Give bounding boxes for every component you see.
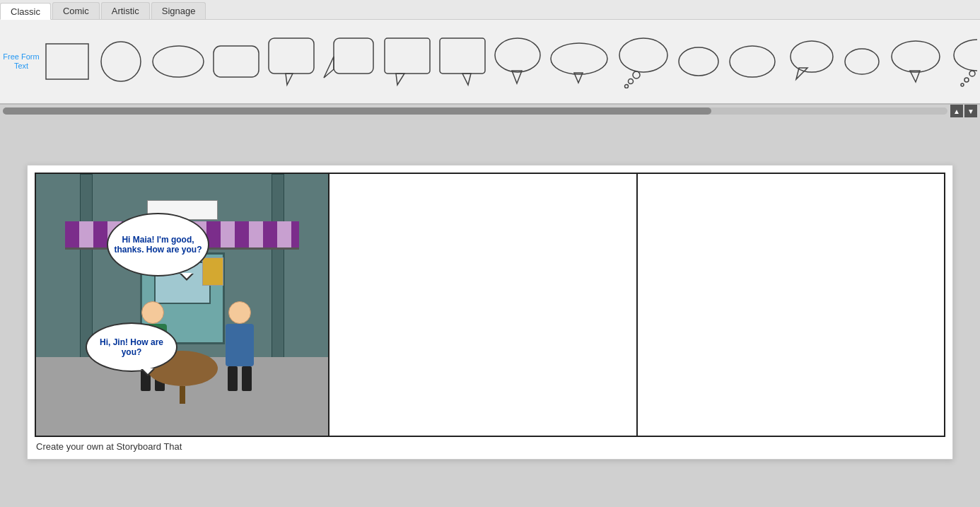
svg-marker-23 (796, 68, 807, 79)
shape-circle[interactable] (96, 37, 146, 86)
speech-bubble-1: Hi Maia! I'm good, thanks. How are you? (107, 213, 209, 276)
svg-marker-11 (462, 74, 471, 85)
storyboard-credit: Create your own at Storyboard That (35, 441, 945, 452)
column-right (272, 174, 284, 371)
svg-rect-6 (334, 38, 373, 74)
door-notice (202, 257, 223, 286)
svg-point-21 (730, 46, 775, 77)
svg-point-12 (495, 38, 540, 72)
scrollbar-area: ▲ ▼ (0, 105, 980, 117)
shape-speech-oval[interactable] (887, 37, 944, 86)
shape-thought-bubble[interactable] (615, 35, 672, 88)
svg-rect-10 (440, 38, 485, 74)
char-legs-right (215, 366, 264, 391)
svg-point-18 (629, 78, 634, 83)
shapes-scroll (42, 35, 977, 88)
svg-point-19 (625, 84, 629, 88)
storyboard-panel-1[interactable]: Hi Maia! I'm good, thanks. How are you? … (36, 174, 329, 436)
shape-speech-box-2[interactable] (437, 35, 488, 88)
canvas-area: Hi Maia! I'm good, thanks. How are you? … (0, 117, 980, 507)
svg-point-24 (845, 49, 879, 74)
svg-point-17 (633, 71, 640, 78)
shape-speech-callout-left[interactable] (321, 35, 378, 88)
storyboard-container: Hi Maia! I'm good, thanks. How are you? … (27, 165, 953, 460)
shape-speech-round[interactable] (783, 37, 836, 86)
svg-marker-7 (324, 57, 334, 78)
char-head-right (228, 301, 251, 324)
shape-oval-medium[interactable] (726, 40, 779, 83)
svg-rect-0 (46, 44, 88, 79)
storyboard-panel-3[interactable] (638, 174, 945, 436)
table-leg (180, 386, 185, 404)
svg-point-20 (679, 47, 718, 76)
nav-tabs: Classic Comic Artistic Signage (0, 0, 980, 20)
char-head-left (141, 301, 164, 324)
svg-point-30 (961, 83, 964, 86)
svg-point-29 (964, 78, 969, 82)
shapes-toolbar: Free Form Text (0, 20, 980, 105)
tab-artistic[interactable]: Artistic (101, 2, 150, 19)
shape-speech-wide[interactable] (547, 39, 611, 85)
free-form-label[interactable]: Free Form Text (3, 52, 40, 71)
svg-rect-4 (269, 38, 314, 74)
svg-point-14 (551, 43, 607, 74)
shape-rounded-rect[interactable] (211, 40, 262, 83)
svg-point-27 (954, 40, 977, 71)
storyboard-panels: Hi Maia! I'm good, thanks. How are you? … (35, 173, 945, 437)
scroll-down-arrow[interactable]: ▼ (964, 105, 977, 117)
svg-marker-9 (396, 74, 404, 85)
char-leg-right-2 (242, 366, 252, 391)
scroll-arrows: ▲ ▼ (950, 105, 977, 117)
svg-point-28 (969, 71, 975, 76)
shape-thought-oval[interactable] (948, 35, 977, 88)
shape-speech-rect[interactable] (266, 35, 317, 88)
shape-oval-small[interactable] (676, 42, 722, 81)
scrollbar-thumb[interactable] (3, 107, 711, 115)
scroll-up-arrow[interactable]: ▲ (950, 105, 963, 117)
svg-marker-5 (286, 74, 293, 85)
storyboard-panel-2[interactable] (329, 174, 638, 436)
shape-speech-box[interactable] (382, 35, 433, 88)
shape-rectangle[interactable] (42, 37, 92, 86)
tab-signage[interactable]: Signage (151, 2, 206, 19)
character-right (215, 301, 264, 393)
shape-oval-narrow[interactable] (841, 42, 883, 81)
svg-point-22 (791, 41, 833, 72)
tab-comic[interactable]: Comic (52, 2, 100, 19)
char-body-right (226, 324, 254, 366)
svg-rect-8 (385, 38, 430, 74)
tab-classic[interactable]: Classic (0, 3, 51, 20)
char-leg-right-1 (228, 366, 238, 391)
svg-point-2 (153, 46, 204, 77)
speech-bubble-2: Hi, Jin! How are you? (86, 322, 177, 372)
scene-illustration: Hi Maia! I'm good, thanks. How are you? … (36, 174, 328, 436)
shape-speech-bubble-bottom[interactable] (492, 35, 543, 88)
svg-rect-3 (214, 46, 259, 77)
svg-point-16 (619, 38, 667, 72)
svg-point-25 (892, 41, 940, 72)
svg-point-1 (101, 42, 141, 81)
scrollbar-track[interactable] (3, 107, 947, 115)
shape-oval-wide[interactable] (150, 40, 206, 83)
